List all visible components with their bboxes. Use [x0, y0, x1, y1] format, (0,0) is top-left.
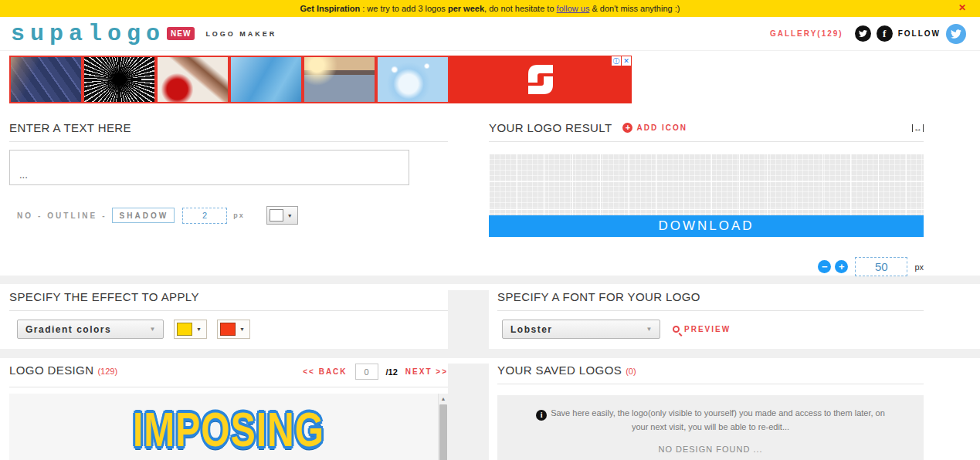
chevron-down-icon: ▼	[144, 326, 157, 333]
gradient-color2-select[interactable]: ▼	[217, 320, 250, 339]
ad-thumbnail-red-paintbrush[interactable]	[156, 56, 229, 103]
close-icon[interactable]: ✕	[958, 2, 966, 13]
section-gap	[0, 349, 980, 358]
ad-banner: ⓘ ✕	[9, 56, 632, 103]
saved-count: (0)	[626, 367, 636, 376]
outline-color-select[interactable]: ▼	[266, 206, 298, 225]
section-title: SPECIFY THE EFFECT TO APPLY	[9, 290, 448, 303]
column-gap	[448, 290, 489, 349]
page-number-input[interactable]	[355, 364, 378, 380]
section-title: YOUR SAVED LOGOS	[497, 364, 622, 377]
promo-banner-text: Get Inspiration : we try to add 3 logos …	[300, 4, 680, 13]
effect-dropdown-value: Gradient colors	[25, 324, 111, 335]
no-design-found-label: NO DESIGN FOUND ...	[528, 445, 893, 454]
site-logo[interactable]: supalogo	[11, 22, 165, 46]
adchoices-close-icon[interactable]: ✕	[622, 56, 631, 66]
logo-text-input[interactable]	[9, 150, 409, 185]
saved-logos-section: YOUR SAVED LOGOS (0) iSave here easily, …	[489, 364, 924, 460]
saved-info-text: iSave here easily, the logo(only visible…	[528, 407, 893, 434]
font-dropdown-value: Lobster	[510, 324, 553, 335]
font-preview-link[interactable]: PREVIEW	[673, 325, 731, 333]
logo-size-input[interactable]	[855, 257, 907, 276]
section-title: LOGO DESIGN	[9, 364, 93, 377]
ad-thumbnail-snow-globe[interactable]	[376, 56, 449, 103]
header-right: GALLERY(129) f FOLLOW	[770, 24, 966, 44]
download-button[interactable]: DOWNLOAD	[489, 215, 924, 237]
twitter-follow-icon[interactable]	[946, 24, 966, 44]
gallery-link[interactable]: GALLERY(129)	[770, 29, 843, 38]
gradient-color1-select[interactable]: ▼	[174, 320, 207, 339]
scrollbar-thumb[interactable]	[439, 404, 447, 460]
designs-header: LOGO DESIGN (129) << BACK /12 NEXT >>	[9, 364, 448, 380]
promo-bold-2: per week	[448, 4, 484, 13]
outline-size-input[interactable]	[182, 208, 227, 224]
site-tagline: LOGO MAKER	[205, 30, 276, 38]
px-unit-label: px	[233, 211, 245, 219]
pagination: << BACK /12 NEXT >>	[303, 364, 448, 380]
back-button[interactable]: << BACK	[303, 367, 347, 376]
shutterstock-logo-icon	[527, 64, 554, 95]
design-sample-imposing[interactable]: IMPOSING	[133, 401, 324, 458]
header: supalogo NEW LOGO MAKER GALLERY(129) f F…	[0, 17, 980, 51]
text-entry-section: ENTER A TEXT HERE NO - OUTLINE - SHADOW …	[9, 121, 448, 276]
facebook-icon[interactable]: f	[877, 25, 893, 42]
follow-us-link[interactable]: follow us	[557, 4, 590, 13]
promo-bold-1: Get Inspiration	[300, 4, 361, 13]
divider	[489, 141, 924, 142]
new-badge: NEW	[167, 27, 195, 40]
effect-dropdown[interactable]: Gradient colors ▼	[17, 320, 164, 339]
design-list: IMPOSING ▲	[9, 394, 448, 460]
resize-width-icon[interactable]: ↔	[912, 124, 924, 132]
ad-thumbnail-solar-field-sunset[interactable]	[303, 56, 376, 103]
style-shadow-option[interactable]: SHADOW	[112, 208, 175, 223]
font-controls: Lobster ▼ PREVIEW	[497, 320, 924, 339]
font-section: SPECIFY A FONT FOR YOUR LOGO Lobster ▼ P…	[489, 290, 924, 349]
section-gap	[0, 276, 980, 284]
ad-thumbnail-solar-panel-closeup[interactable]	[9, 56, 83, 103]
ad-thumbnail-black-starburst[interactable]	[83, 56, 156, 103]
add-icon-link[interactable]: + ADD ICON	[622, 123, 687, 133]
text-style-controls: NO - OUTLINE - SHADOW px ▼	[9, 206, 448, 225]
adchoices-info-icon[interactable]: ⓘ	[612, 56, 621, 66]
style-no-option[interactable]: NO	[17, 211, 33, 220]
ad-brand-panel[interactable]: ⓘ ✕	[449, 56, 632, 103]
divider	[497, 384, 924, 384]
px-unit-label: px	[914, 262, 924, 272]
effect-section: SPECIFY THE EFFECT TO APPLY Gradient col…	[9, 290, 448, 349]
chevron-down-icon: ▼	[283, 213, 295, 218]
ad-thumbnail-blue-abstract[interactable]	[229, 56, 303, 103]
divider	[9, 387, 448, 387]
chevron-down-icon: ▼	[640, 326, 653, 333]
gradient-color1-swatch	[177, 323, 192, 336]
twitter-icon[interactable]	[855, 25, 871, 42]
logo-preview-canvas[interactable]	[489, 154, 924, 215]
info-icon: i	[536, 410, 547, 421]
page-total-label: /12	[386, 367, 398, 377]
font-dropdown[interactable]: Lobster ▼	[502, 320, 660, 339]
adchoices: ⓘ ✕	[612, 56, 631, 66]
decrease-size-button[interactable]: −	[818, 260, 831, 273]
promo-banner: Get Inspiration : we try to add 3 logos …	[0, 0, 980, 17]
gradient-color2-swatch	[220, 323, 236, 336]
scroll-up-icon[interactable]: ▲	[439, 394, 448, 404]
divider	[497, 310, 924, 311]
style-outline-option[interactable]: OUTLINE	[47, 211, 97, 220]
main-row-2: SPECIFY THE EFFECT TO APPLY Gradient col…	[0, 284, 980, 349]
magnifier-icon	[673, 326, 680, 333]
follow-label: FOLLOW	[898, 29, 941, 38]
main-row-1: ENTER A TEXT HERE NO - OUTLINE - SHADOW …	[0, 108, 980, 276]
ad-row: ⓘ ✕	[0, 51, 980, 108]
plus-circle-icon: +	[622, 123, 632, 133]
logo-result-section: YOUR LOGO RESULT + ADD ICON ↔ DOWNLOAD −…	[489, 121, 924, 276]
design-list-scrollbar[interactable]: ▲	[438, 394, 448, 460]
main-row-3: LOGO DESIGN (129) << BACK /12 NEXT >> IM…	[0, 358, 980, 460]
chevron-down-icon: ▼	[236, 326, 247, 332]
designs-count: (129)	[97, 367, 117, 376]
next-button[interactable]: NEXT >>	[405, 367, 448, 376]
outline-color-swatch	[270, 209, 283, 222]
increase-size-button[interactable]: +	[835, 260, 848, 273]
logo-size-controls: − + px	[489, 257, 924, 276]
section-title: ENTER A TEXT HERE	[9, 121, 448, 134]
saved-header: YOUR SAVED LOGOS (0)	[497, 364, 924, 377]
section-title: SPECIFY A FONT FOR YOUR LOGO	[497, 290, 924, 303]
